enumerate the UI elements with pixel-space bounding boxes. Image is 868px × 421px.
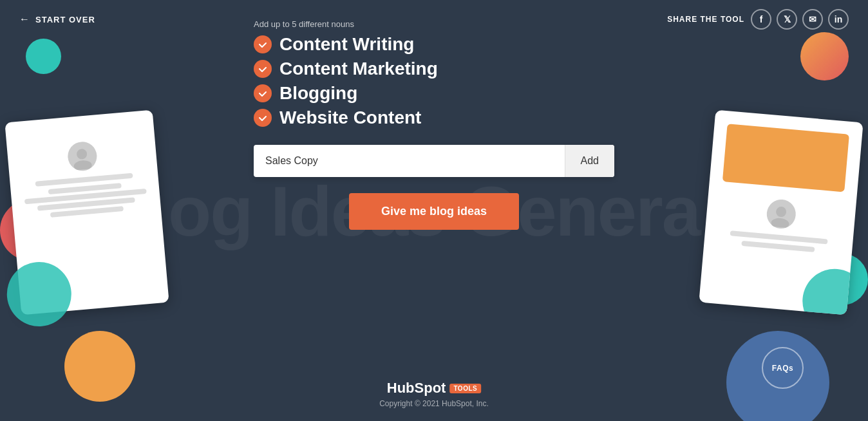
share-section: SHARE THE TOOL f 𝕏 ✉ in <box>667 9 849 30</box>
right-card-illustration <box>699 110 863 315</box>
check-icon-3 <box>254 84 272 102</box>
tools-badge: TOOLS <box>449 384 481 393</box>
copyright-text: Copyright © 2021 HubSpot, Inc. <box>379 399 489 408</box>
list-item: Blogging <box>254 83 614 104</box>
check-icon-2 <box>254 60 272 78</box>
noun-hint: Add up to 5 different nouns <box>254 6 354 29</box>
cta-wrapper: Give me blog ideas <box>254 193 614 230</box>
svg-point-1 <box>73 160 92 171</box>
noun-list: Content Writing Content Marketing Bloggi… <box>254 34 614 132</box>
noun-text-3: Blogging <box>279 83 357 104</box>
decorative-circle-orange-top-right <box>800 32 849 80</box>
start-over-label: START OVER <box>35 15 95 24</box>
noun-text-4: Website Content <box>279 108 421 128</box>
brand-name: HubSpot <box>387 380 446 397</box>
back-arrow-icon: ← <box>19 14 30 25</box>
check-icon-1 <box>254 35 272 53</box>
left-card-illustration <box>5 110 169 315</box>
add-button[interactable]: Add <box>565 145 614 177</box>
decorative-circle-teal-top-left <box>26 39 61 74</box>
cta-button[interactable]: Give me blog ideas <box>349 193 519 230</box>
social-icons: f 𝕏 ✉ in <box>751 9 849 30</box>
linkedin-icon[interactable]: in <box>828 9 849 30</box>
faqs-button[interactable]: FAQs <box>762 347 804 389</box>
svg-point-3 <box>771 217 789 228</box>
noun-text-1: Content Writing <box>279 34 414 55</box>
start-over-button[interactable]: ← START OVER <box>19 14 95 25</box>
list-item: Website Content <box>254 108 614 128</box>
decorative-circle-orange-bottom-left <box>64 331 135 402</box>
main-content: Add up to 5 different nouns Content Writ… <box>254 6 614 230</box>
noun-input-row: Add <box>254 145 614 177</box>
email-icon[interactable]: ✉ <box>802 9 823 30</box>
list-item: Content Marketing <box>254 59 614 79</box>
twitter-icon[interactable]: 𝕏 <box>777 9 797 30</box>
check-icon-4 <box>254 109 272 127</box>
svg-point-0 <box>76 148 87 159</box>
share-label: SHARE THE TOOL <box>667 15 744 24</box>
noun-input[interactable] <box>254 145 565 177</box>
footer-logo: HubSpot TOOLS <box>379 380 489 397</box>
facebook-icon[interactable]: f <box>751 9 771 30</box>
svg-point-2 <box>775 206 786 217</box>
noun-text-2: Content Marketing <box>279 59 438 79</box>
list-item: Content Writing <box>254 34 614 55</box>
footer: HubSpot TOOLS Copyright © 2021 HubSpot, … <box>379 380 489 408</box>
